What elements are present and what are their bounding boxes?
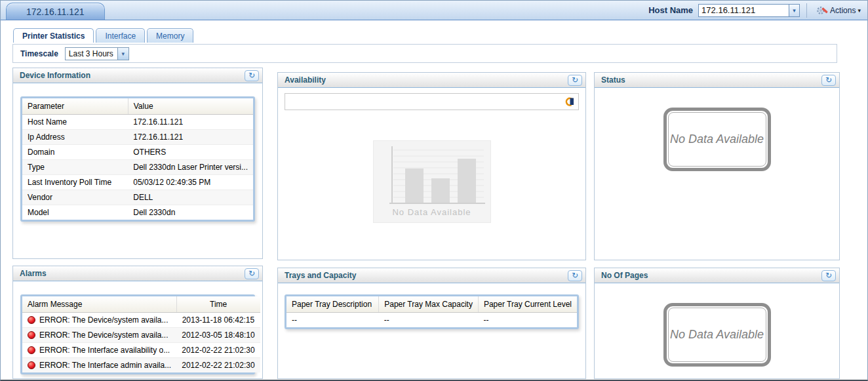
refresh-button[interactable]: ↻ — [568, 270, 582, 281]
column-header: Paper Tray Current Level — [478, 296, 577, 313]
device-title: 172.16.11.121 — [26, 7, 85, 17]
table-row[interactable]: ERROR: The Device/system availa...2012-0… — [22, 328, 260, 343]
table-cell: Host Name — [22, 115, 128, 130]
host-name-label: Host Name — [648, 5, 693, 15]
table-cell: Type — [22, 160, 128, 175]
refresh-button[interactable]: ↻ — [245, 268, 259, 279]
refresh-button[interactable]: ↻ — [821, 75, 836, 86]
refresh-icon: ↻ — [248, 269, 255, 278]
dashboard-column-2: Availability ↻ — [277, 68, 586, 380]
no-data-chart-placeholder: No Data Available — [373, 140, 491, 223]
panel-header: Device Information ↻ — [13, 68, 262, 83]
column-header: Paper Tray Max Capacity — [379, 296, 479, 313]
device-title-tab[interactable]: 172.16.11.121 — [6, 3, 105, 20]
dashboard: Device Information ↻ ParameterValueHost … — [1, 63, 867, 380]
refresh-icon: ↻ — [572, 75, 578, 85]
no-data-text: No Data Available — [668, 112, 766, 167]
bar-chart-placeholder-icon — [374, 141, 490, 207]
column-header: Paper Tray Description — [286, 296, 379, 313]
top-bar: 172.16.11.121 Host Name ▾ Actions ▾ — [1, 1, 867, 20]
table-cell: Dell 2330dn — [128, 205, 253, 220]
table-cell: 2012-03-05 18:48:10 — [176, 328, 260, 343]
table-frame: ParameterValueHost Name172.16.11.121Ip A… — [20, 96, 255, 222]
panel-body: No Data Available — [278, 88, 585, 260]
select-arrow-icon: ▾ — [117, 48, 128, 60]
trays-and-capacity-panel: Trays and Capacity ↻ Paper Tray Descript… — [277, 268, 586, 379]
dashboard-column-3: Status ↻ No Data Available No Of Pages ↻ — [594, 68, 840, 380]
table-cell: OTHERS — [128, 145, 253, 160]
availability-toolbar — [285, 93, 579, 110]
panel-body: No Data Available — [595, 88, 839, 260]
table-row: VendorDELL — [22, 190, 253, 205]
graph-export-icon[interactable] — [564, 96, 575, 107]
table-row: Last Inventory Poll Time05/03/12 02:49:3… — [22, 175, 253, 190]
tab-printer-statistics[interactable]: Printer Statistics — [13, 28, 94, 43]
panel-header: Availability ↻ — [278, 73, 585, 88]
dashboard-column-1: Device Information ↻ ParameterValueHost … — [12, 68, 263, 380]
panel-title: No Of Pages — [601, 271, 821, 280]
panel-title: Device Information — [20, 71, 245, 80]
actions-button[interactable]: Actions ▾ — [814, 4, 863, 17]
panel-body: ParameterValueHost Name172.16.11.121Ip A… — [13, 83, 262, 258]
table-cell: 172.16.11.121 — [128, 130, 253, 145]
timescale-select[interactable]: Last 3 Hours ▾ — [65, 47, 129, 60]
table-cell: 172.16.11.121 — [128, 115, 253, 130]
no-data-text: No Data Available — [374, 207, 490, 217]
table-cell: Ip Address — [22, 130, 128, 145]
refresh-icon: ↻ — [248, 71, 255, 80]
panel-header: Status ↻ — [595, 73, 839, 88]
tab-memory[interactable]: Memory — [147, 28, 193, 43]
column-header: Alarm Message — [22, 296, 176, 313]
timescale-bar: Timescale Last 3 Hours ▾ — [12, 44, 837, 63]
top-right-controls: Host Name ▾ Actions ▾ — [648, 3, 863, 18]
table-cell: Last Inventory Poll Time — [22, 175, 128, 190]
table-cell: -- — [478, 313, 577, 328]
table-cell: 2013-11-18 06:42:15 — [176, 313, 260, 328]
tab-label: Memory — [156, 31, 184, 41]
no-of-pages-panel: No Of Pages ↻ No Data Available — [594, 268, 840, 379]
table-row[interactable]: ERROR: The Interface availability o...20… — [22, 343, 260, 358]
device-information-table: ParameterValueHost Name172.16.11.121Ip A… — [22, 98, 253, 220]
caret-down-icon: ▾ — [858, 7, 861, 14]
table-row: ModelDell 2330dn — [22, 205, 253, 220]
refresh-button[interactable]: ↻ — [245, 70, 259, 81]
alarm-severity-icon — [28, 361, 35, 369]
refresh-icon: ↻ — [572, 271, 578, 280]
refresh-icon: ↻ — [825, 75, 832, 85]
table-cell: 2012-02-22 21:02:30 — [176, 343, 260, 358]
chevron-down-icon[interactable]: ▾ — [789, 4, 800, 17]
trays-table: Paper Tray DescriptionPaper Tray Max Cap… — [286, 296, 577, 327]
divider — [806, 3, 807, 18]
table-row: ------ — [286, 313, 577, 328]
panel-body: Alarm MessageTimeERROR: The Device/syste… — [13, 281, 262, 378]
table-cell: -- — [379, 313, 479, 328]
table-row: Host Name172.16.11.121 — [22, 115, 253, 130]
alarms-table: Alarm MessageTimeERROR: The Device/syste… — [22, 296, 260, 372]
refresh-button[interactable]: ↻ — [821, 270, 836, 281]
table-row[interactable]: ERROR: The Device/system availa...2013-1… — [22, 313, 260, 328]
page: 172.16.11.121 Host Name ▾ Actions ▾ Pri — [0, 0, 868, 381]
column-header: Parameter — [22, 98, 128, 115]
timescale-label: Timescale — [20, 49, 58, 58]
panel-header: Trays and Capacity ↻ — [278, 268, 585, 283]
host-name-input[interactable] — [698, 4, 789, 17]
no-data-text: No Data Available — [668, 308, 766, 362]
table-row: Ip Address172.16.11.121 — [22, 130, 253, 145]
gear-pencil-icon — [816, 5, 828, 16]
table-cell: ERROR: The Interface admin availa... — [22, 358, 176, 373]
tab-interface[interactable]: Interface — [96, 28, 145, 43]
availability-panel: Availability ↻ — [277, 72, 586, 260]
table-frame: Paper Tray DescriptionPaper Tray Max Cap… — [285, 294, 579, 329]
table-row[interactable]: ERROR: The Interface admin availa...2012… — [22, 358, 260, 373]
host-name-combo: ▾ — [698, 4, 800, 17]
alarms-panel: Alarms ↻ Alarm MessageTimeERROR: The Dev… — [12, 266, 263, 379]
table-cell: Model — [22, 205, 128, 220]
alarm-severity-icon — [28, 346, 35, 354]
table-cell: 05/03/12 02:49:35 PM — [128, 175, 253, 190]
column-header: Value — [128, 98, 253, 115]
alarm-severity-icon — [28, 331, 35, 339]
table-row: DomainOTHERS — [22, 145, 253, 160]
table-cell: Dell 2330dn Laser Printer versi... — [128, 160, 253, 175]
actions-label: Actions — [830, 6, 856, 15]
refresh-button[interactable]: ↻ — [568, 75, 582, 86]
